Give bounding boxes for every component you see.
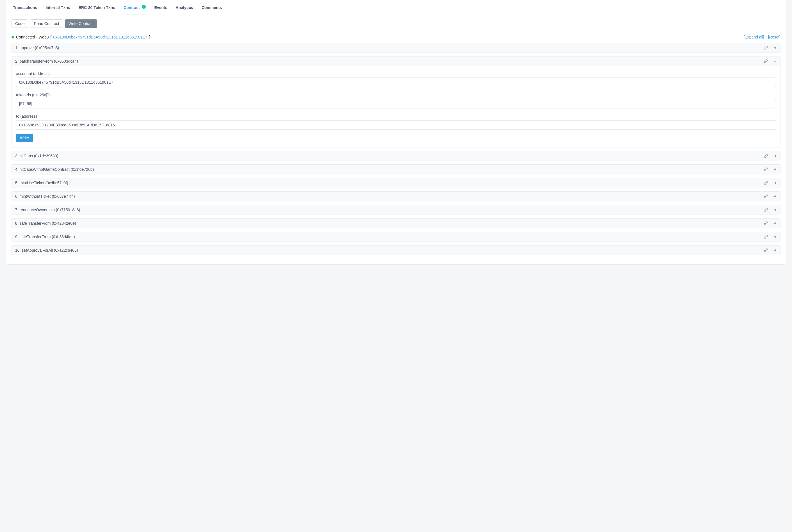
- input-to-address[interactable]: [16, 120, 776, 130]
- function-header-renounceownership[interactable]: 7. renounceOwnership (0x715018a6): [12, 205, 780, 214]
- address-open-bracket: [: [50, 35, 52, 39]
- arrow-right-icon[interactable]: [773, 167, 777, 171]
- tab-erc20-token-txns[interactable]: ERC-20 Token Txns: [74, 0, 119, 15]
- function-item: 8. safeTransferFrom (0x42842e0e): [12, 218, 780, 228]
- function-item: 2. batchTransferFrom (0x0503dca4) accouu…: [12, 56, 780, 148]
- link-icon[interactable]: [764, 181, 768, 185]
- function-item: 9. safeTransferFrom (0xb88d4fde): [12, 232, 780, 242]
- main-tabs: Transactions Internal Txns ERC-20 Token …: [6, 0, 786, 15]
- tab-transactions[interactable]: Transactions: [9, 0, 41, 15]
- arrow-right-icon[interactable]: [773, 154, 777, 158]
- arrow-right-icon[interactable]: [773, 221, 777, 225]
- function-title: 5. mintUseTicket (0xdbc57c0f): [15, 180, 68, 185]
- arrow-right-icon[interactable]: [773, 248, 777, 252]
- link-icon[interactable]: [764, 154, 768, 158]
- write-function-list: 1. approve (0x095ea7b3) 2. batchTransfer…: [6, 43, 786, 264]
- tab-comments[interactable]: Comments: [197, 0, 226, 15]
- arrow-right-icon[interactable]: [773, 235, 777, 239]
- tab-events[interactable]: Events: [150, 0, 171, 15]
- function-item: 1. approve (0x095ea7b3): [12, 43, 780, 53]
- function-item: 5. mintUseTicket (0xdbc57c0f): [12, 178, 780, 188]
- connection-status-row: Connected - Web3 [0x0180D0be745791dB5A50…: [6, 35, 786, 43]
- input-account-address[interactable]: [16, 77, 776, 87]
- subtab-code[interactable]: Code: [12, 19, 28, 28]
- function-title: 4. hitCapsWithotGameContract (0x1fde726b…: [15, 167, 94, 172]
- function-title: 8. safeTransferFrom (0x42842e0e): [15, 221, 76, 226]
- link-icon[interactable]: [764, 248, 768, 252]
- field-label-tokenids: tokenIds (uint256[]): [16, 93, 776, 97]
- function-title: 9. safeTransferFrom (0xb88d4fde): [15, 234, 75, 239]
- contract-subtabs: Code Read Contract Write Contract: [12, 19, 780, 28]
- arrow-right-icon[interactable]: [773, 208, 777, 212]
- connection-status: Connected - Web3 [0x0180D0be745791dB5A50…: [12, 35, 150, 39]
- link-icon[interactable]: [764, 46, 768, 50]
- function-header-mintwithoutticket[interactable]: 6. mintWithoutTicket (0x687e77f4): [12, 192, 780, 201]
- arrow-right-icon[interactable]: [773, 46, 777, 50]
- status-actions: [Expand all] [Reset]: [741, 35, 780, 39]
- function-header-setapprovalforall[interactable]: 10. setApprovalForAll (0xa22cb465): [12, 246, 780, 255]
- function-header-hitcapswithotgamecontract[interactable]: 4. hitCapsWithotGameContract (0x1fde726b…: [12, 165, 780, 174]
- expand-all-link[interactable]: [Expand all]: [744, 35, 764, 39]
- link-icon[interactable]: [764, 208, 768, 212]
- connection-status-label: Connected - Web3: [16, 35, 49, 39]
- contract-subbar: Code Read Contract Write Contract: [6, 15, 786, 28]
- field-label-to: to (address): [16, 114, 776, 118]
- write-button[interactable]: Write: [16, 134, 33, 142]
- function-item: 3. hitCaps (0x1de39683): [12, 151, 780, 161]
- connected-address-link[interactable]: 0x0180D0be745791dB5A50d41315D1311d351901…: [53, 35, 148, 39]
- contract-panel: Transactions Internal Txns ERC-20 Token …: [6, 0, 786, 265]
- input-tokenids[interactable]: [16, 99, 776, 109]
- link-icon[interactable]: [764, 167, 768, 171]
- verified-check-icon: ✓: [142, 5, 146, 9]
- function-body-batchtransferfrom: accouunt (address) tokenIds (uint256[]) …: [12, 66, 780, 147]
- status-dot-icon: [12, 36, 14, 38]
- function-item: 10. setApprovalForAll (0xa22cb465): [12, 245, 780, 255]
- function-item: 6. mintWithoutTicket (0x687e77f4): [12, 191, 780, 202]
- link-icon[interactable]: [764, 235, 768, 239]
- function-item: 7. renounceOwnership (0x715018a6): [12, 205, 780, 215]
- tab-contract[interactable]: Contract ✓: [119, 0, 150, 15]
- function-title: 1. approve (0x095ea7b3): [15, 45, 59, 50]
- link-icon[interactable]: [764, 194, 768, 198]
- function-header-hitcaps[interactable]: 3. hitCaps (0x1de39683): [12, 151, 780, 161]
- function-header-approve[interactable]: 1. approve (0x095ea7b3): [12, 43, 780, 53]
- function-header-safetransferfrom-2[interactable]: 9. safeTransferFrom (0xb88d4fde): [12, 232, 780, 242]
- function-header-safetransferfrom-1[interactable]: 8. safeTransferFrom (0x42842e0e): [12, 218, 780, 228]
- function-header-batchtransferfrom[interactable]: 2. batchTransferFrom (0x0503dca4): [12, 56, 780, 66]
- arrow-down-icon[interactable]: [773, 59, 777, 63]
- reset-link[interactable]: [Reset]: [768, 35, 780, 39]
- function-item: 4. hitCapsWithotGameContract (0x1fde726b…: [12, 164, 780, 174]
- address-close-bracket: ]: [149, 35, 150, 39]
- function-title: 6. mintWithoutTicket (0x687e77f4): [15, 194, 75, 198]
- tab-contract-label: Contract: [123, 5, 140, 10]
- subtab-write-contract[interactable]: Write Contract: [65, 19, 97, 28]
- function-title: 10. setApprovalForAll (0xa22cb465): [15, 248, 78, 252]
- function-title: 2. batchTransferFrom (0x0503dca4): [15, 59, 78, 63]
- function-title: 7. renounceOwnership (0x715018a6): [15, 208, 80, 212]
- field-label-account: accouunt (address): [16, 71, 776, 76]
- link-icon[interactable]: [764, 59, 768, 63]
- subtab-read-contract[interactable]: Read Contract: [30, 19, 63, 28]
- function-title: 3. hitCaps (0x1de39683): [15, 154, 58, 158]
- arrow-right-icon[interactable]: [773, 194, 777, 198]
- tab-analytics[interactable]: Analytics: [171, 0, 197, 15]
- link-icon[interactable]: [764, 221, 768, 225]
- arrow-right-icon[interactable]: [773, 181, 777, 185]
- function-header-mintuseticket[interactable]: 5. mintUseTicket (0xdbc57c0f): [12, 178, 780, 188]
- tab-internal-txns[interactable]: Internal Txns: [41, 0, 74, 15]
